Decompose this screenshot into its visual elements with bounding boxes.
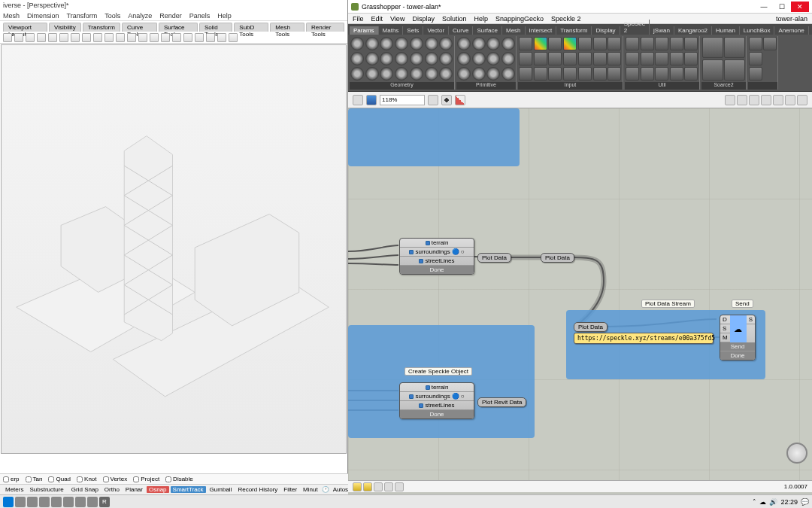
status-toggle[interactable]: Grid Snap: [69, 486, 101, 493]
ribbon-tab[interactable]: Intersect: [526, 26, 557, 35]
param-plot-revit-data[interactable]: Plot Revit Data: [477, 397, 526, 407]
component-icon[interactable]: [548, 37, 562, 50]
component-icon[interactable]: [684, 52, 698, 65]
menu-item[interactable]: Help: [217, 12, 232, 20]
start-icon[interactable]: [3, 497, 14, 507]
component-icon[interactable]: [684, 37, 698, 50]
component-icon[interactable]: [501, 37, 515, 50]
component-icon[interactable]: [548, 67, 562, 81]
toolbar-tab[interactable]: Curve Tools: [122, 23, 157, 32]
osnap-check[interactable]: Vertex: [103, 476, 128, 482]
osnap-check[interactable]: erp: [3, 476, 20, 482]
panel-label[interactable]: Geometry: [350, 82, 454, 90]
rhino-viewport[interactable]: [1, 44, 347, 454]
ribbon-tab[interactable]: Mesh: [502, 26, 526, 35]
ribbon-tab[interactable]: Sets: [403, 26, 423, 35]
tool-icon[interactable]: [127, 33, 136, 42]
component-icon[interactable]: [670, 67, 683, 81]
toolbar-tab[interactable]: Visibility: [49, 23, 81, 32]
component-icon[interactable]: [350, 52, 364, 65]
component-icon[interactable]: [534, 52, 547, 65]
component-icon[interactable]: [472, 52, 486, 65]
component-icon[interactable]: [519, 37, 532, 50]
component-icon[interactable]: [607, 67, 621, 81]
menu-item[interactable]: Mesh: [3, 12, 20, 20]
ribbon-tab[interactable]: Transform: [556, 26, 592, 35]
status-icon[interactable]: [374, 482, 383, 491]
menu-item[interactable]: SnappingGecko: [495, 15, 544, 23]
menu-item[interactable]: Dimension: [27, 12, 59, 20]
component-icon[interactable]: [749, 52, 762, 65]
component-icon[interactable]: [593, 67, 607, 81]
tool-icon[interactable]: [172, 33, 181, 42]
doc-name-label[interactable]: tower-alan: [776, 15, 807, 23]
component-icon[interactable]: [395, 37, 408, 50]
component-icon[interactable]: [501, 52, 515, 65]
group-create-speckle-bottom[interactable]: Create Speckle Object: [348, 325, 535, 438]
send-cloud-icon[interactable]: ☁︎: [730, 315, 747, 342]
group-plot-geometry[interactable]: Plot Geometry Create Speckle Object: [348, 108, 520, 166]
component-icon[interactable]: [724, 37, 745, 58]
status-toggle[interactable]: Filter: [281, 486, 299, 493]
component-icon[interactable]: [365, 67, 379, 81]
ribbon-tab[interactable]: Surface: [473, 26, 502, 35]
param-plot-data-relay[interactable]: Plot Data: [541, 253, 574, 263]
ribbon-tab[interactable]: Display: [592, 26, 620, 35]
component-icon[interactable]: [702, 37, 723, 58]
maximize-button[interactable]: ☐: [773, 2, 791, 12]
ribbon-tab[interactable]: Maths: [379, 26, 404, 35]
close-button[interactable]: ✕: [791, 2, 809, 12]
create-speckle-object-component[interactable]: terrain surroundings🔵○ streetLines Done: [399, 238, 474, 275]
component-icon[interactable]: [380, 67, 393, 81]
component-icon[interactable]: [670, 37, 683, 50]
minimize-button[interactable]: —: [755, 2, 773, 12]
component-icon[interactable]: [641, 37, 654, 50]
canvas-navigation-widget[interactable]: [786, 443, 807, 464]
tool-icon[interactable]: [183, 33, 192, 42]
component-icon[interactable]: [684, 67, 698, 81]
component-icon[interactable]: [350, 37, 364, 50]
component-icon[interactable]: [749, 37, 762, 50]
component-icon[interactable]: [670, 52, 683, 65]
osnap-check[interactable]: Disable: [165, 476, 193, 482]
ribbon-tab[interactable]: Speckle 2: [620, 20, 650, 35]
status-toggle-smarttrack[interactable]: SmartTrack: [171, 486, 206, 493]
ribbon-tab[interactable]: jSwan: [650, 26, 674, 35]
tb-icon[interactable]: [725, 95, 735, 105]
component-icon[interactable]: [457, 52, 471, 65]
tb-icon[interactable]: [797, 95, 807, 105]
component-icon[interactable]: [410, 37, 423, 50]
component-icon[interactable]: [519, 52, 532, 65]
sketch-icon[interactable]: [455, 95, 465, 105]
toolbar-tab[interactable]: Render Tools: [306, 23, 344, 32]
tool-icon[interactable]: [3, 33, 12, 42]
tb-icon[interactable]: [773, 95, 783, 105]
component-icon[interactable]: [702, 59, 723, 81]
stream-url-panel[interactable]: https://speckle.xyz/streams/e00a375fd5: [574, 333, 714, 344]
component-icon[interactable]: [395, 67, 408, 81]
taskbar-rhino-icon[interactable]: R: [99, 497, 110, 507]
param-plot-data-stream-input[interactable]: Plot Data: [574, 322, 607, 332]
tool-icon[interactable]: [195, 33, 204, 42]
component-icon[interactable]: [593, 37, 607, 50]
status-toggle[interactable]: Record History: [235, 486, 280, 493]
tool-icon[interactable]: [37, 33, 46, 42]
menu-item[interactable]: Transform: [67, 12, 98, 20]
component-icon[interactable]: [626, 52, 639, 65]
zui-add-icon[interactable]: [426, 385, 430, 390]
component-icon[interactable]: [641, 67, 654, 81]
status-units[interactable]: Meters: [3, 486, 26, 493]
zoom-extents-icon[interactable]: [428, 95, 438, 105]
component-icon[interactable]: [350, 67, 364, 81]
status-toggle[interactable]: Gumball: [208, 486, 235, 493]
tool-icon[interactable]: [93, 33, 102, 42]
component-icon[interactable]: [486, 52, 500, 65]
ribbon-tab[interactable]: Anemone: [774, 26, 808, 35]
tb-icon[interactable]: [737, 95, 747, 105]
tool-icon[interactable]: [161, 33, 170, 42]
taskbar-clock[interactable]: 22:29: [780, 498, 798, 506]
component-icon[interactable]: [365, 52, 379, 65]
component-icon[interactable]: [486, 67, 500, 81]
toolbar-tab[interactable]: Solid Tools: [199, 23, 232, 32]
menu-item[interactable]: Panels: [189, 12, 211, 20]
